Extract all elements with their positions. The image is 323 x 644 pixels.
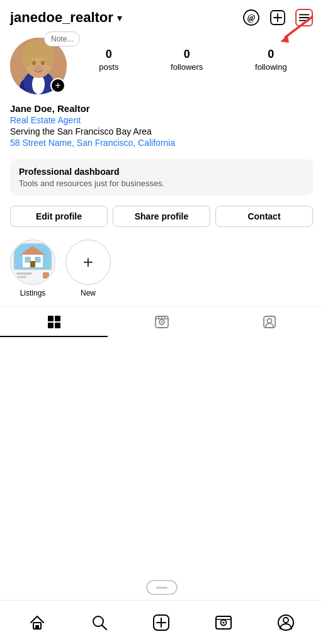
bio-description: Serving the San Francisco Bay Area — [10, 126, 313, 136]
svg-rect-32 — [43, 272, 49, 279]
plus-icon: + — [83, 253, 93, 271]
followers-count: 0 — [184, 48, 190, 61]
tab-tagged[interactable] — [215, 307, 323, 337]
bottom-nav-reels[interactable] — [210, 609, 237, 636]
professional-dashboard-banner[interactable]: Professional dashboard Tools and resourc… — [10, 159, 313, 196]
username[interactable]: janedoe_realtor — [10, 9, 113, 26]
following-label: following — [255, 62, 287, 72]
posts-label: posts — [99, 62, 118, 72]
svg-point-16 — [22, 47, 32, 67]
following-count: 0 — [268, 48, 274, 61]
highlight-listings[interactable]: Listings — [10, 240, 55, 297]
svg-point-45 — [267, 319, 271, 323]
profile-section: Note... — [0, 33, 323, 102]
svg-point-55 — [223, 621, 225, 623]
bottom-nav-profile[interactable] — [272, 609, 300, 636]
bio-address[interactable]: 58 Street Name, San Francisco, Californi… — [10, 138, 313, 148]
note-bubble[interactable]: Note... — [44, 31, 80, 47]
tab-reels[interactable] — [108, 307, 215, 337]
highlight-listings-circle[interactable] — [10, 240, 55, 285]
threads-icon[interactable]: @ — [242, 9, 260, 26]
highlight-new[interactable]: + New — [65, 240, 111, 297]
edit-profile-button[interactable]: Edit profile — [10, 206, 108, 227]
svg-rect-31 — [16, 276, 26, 278]
add-square-icon[interactable] — [269, 9, 286, 26]
svg-rect-35 — [48, 323, 54, 328]
bio-name: Jane Doe, Realtor — [10, 103, 313, 114]
following-stat[interactable]: 0 following — [255, 48, 287, 72]
contact-button[interactable]: Contact — [215, 206, 313, 227]
bottom-nav-add[interactable] — [147, 609, 175, 636]
svg-point-17 — [45, 47, 55, 67]
svg-point-19 — [41, 61, 45, 65]
svg-point-20 — [35, 65, 42, 70]
highlights-section: Listings + New — [0, 236, 323, 306]
bottom-nav-search[interactable] — [86, 609, 113, 636]
share-profile-button[interactable]: Share profile — [113, 206, 210, 227]
action-buttons: Edit profile Share profile Contact — [0, 203, 323, 236]
svg-rect-30 — [16, 272, 32, 275]
svg-rect-27 — [35, 257, 40, 262]
svg-rect-36 — [55, 323, 60, 328]
highlight-listings-label: Listings — [20, 289, 46, 297]
header: janedoe_realtor ▾ @ — [0, 0, 323, 33]
scroll-indicator — [146, 580, 178, 595]
svg-rect-28 — [30, 261, 35, 267]
dashboard-title: Professional dashboard — [19, 167, 304, 177]
svg-text:@: @ — [247, 13, 255, 23]
scroll-dash — [156, 587, 167, 589]
stats-container: 0 posts 0 followers 0 following — [73, 38, 313, 72]
header-icons: @ — [242, 9, 313, 26]
svg-rect-34 — [55, 316, 60, 321]
svg-point-39 — [161, 321, 162, 323]
svg-point-18 — [32, 61, 36, 65]
menu-icon[interactable] — [295, 9, 313, 26]
svg-rect-33 — [48, 316, 54, 321]
posts-count: 0 — [106, 48, 112, 61]
add-story-button[interactable]: + — [50, 78, 65, 93]
svg-rect-47 — [35, 625, 39, 629]
tab-grid[interactable] — [0, 307, 108, 337]
tabs-section — [0, 306, 323, 337]
bottom-nav — [0, 600, 323, 644]
followers-stat[interactable]: 0 followers — [171, 48, 203, 72]
bio-section: Jane Doe, Realtor Real Estate Agent Serv… — [0, 102, 323, 154]
avatar-container: Note... — [10, 38, 67, 94]
svg-point-58 — [283, 618, 288, 623]
followers-label: followers — [171, 62, 203, 72]
svg-rect-26 — [25, 257, 30, 262]
chevron-icon[interactable]: ▾ — [117, 12, 122, 24]
highlight-new-label: New — [81, 289, 96, 297]
posts-stat[interactable]: 0 posts — [99, 48, 118, 72]
content-area — [0, 337, 323, 450]
svg-line-49 — [102, 625, 106, 630]
header-left: janedoe_realtor ▾ — [10, 9, 122, 26]
dashboard-subtitle: Tools and resources just for businesses. — [19, 179, 304, 188]
bottom-nav-home[interactable] — [23, 609, 51, 636]
highlight-new-circle[interactable]: + — [65, 240, 111, 285]
highlight-listings-image — [11, 241, 54, 284]
bio-role[interactable]: Real Estate Agent — [10, 115, 313, 125]
